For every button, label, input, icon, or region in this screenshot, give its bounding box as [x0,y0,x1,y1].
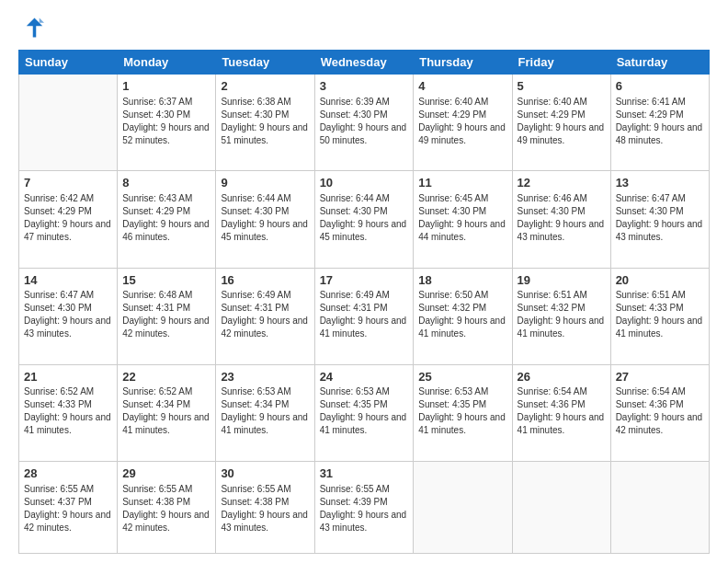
day-number: 24 [320,369,409,385]
day-number: 9 [221,175,309,191]
day-info: Sunrise: 6:55 AMSunset: 4:38 PMDaylight:… [221,483,309,534]
day-info: Sunrise: 6:47 AMSunset: 4:30 PMDaylight:… [24,289,112,340]
calendar-cell: 26Sunrise: 6:54 AMSunset: 4:36 PMDayligh… [512,364,610,461]
calendar-cell: 31Sunrise: 6:55 AMSunset: 4:39 PMDayligh… [314,462,414,554]
day-number: 20 [616,272,704,289]
day-info: Sunrise: 6:51 AMSunset: 4:33 PMDaylight:… [616,289,704,340]
logo [18,15,48,40]
day-info: Sunrise: 6:42 AMSunset: 4:29 PMDaylight:… [24,192,112,244]
day-number: 27 [616,369,704,385]
day-number: 22 [122,369,210,385]
calendar-cell: 20Sunrise: 6:51 AMSunset: 4:33 PMDayligh… [610,268,709,364]
weekday-header-row: SundayMondayTuesdayWednesdayThursdayFrid… [19,51,710,75]
day-info: Sunrise: 6:41 AMSunset: 4:29 PMDaylight:… [616,96,704,147]
day-number: 7 [24,175,112,191]
day-number: 23 [221,369,309,385]
day-info: Sunrise: 6:53 AMSunset: 4:35 PMDaylight:… [320,385,409,437]
calendar-cell [610,462,709,554]
calendar-cell: 15Sunrise: 6:48 AMSunset: 4:31 PMDayligh… [118,268,216,364]
logo-icon [18,15,44,40]
day-number: 4 [418,78,506,95]
day-info: Sunrise: 6:40 AMSunset: 4:29 PMDaylight:… [418,96,506,147]
day-info: Sunrise: 6:44 AMSunset: 4:30 PMDaylight:… [320,192,409,244]
svg-marker-2 [40,18,44,23]
weekday-tuesday: Tuesday [216,51,314,75]
day-number: 15 [122,272,210,289]
calendar-cell: 17Sunrise: 6:49 AMSunset: 4:31 PMDayligh… [314,268,414,364]
calendar-cell: 10Sunrise: 6:44 AMSunset: 4:30 PMDayligh… [314,171,414,268]
day-info: Sunrise: 6:38 AMSunset: 4:30 PMDaylight:… [221,96,309,147]
calendar-cell: 27Sunrise: 6:54 AMSunset: 4:36 PMDayligh… [610,364,709,461]
day-info: Sunrise: 6:49 AMSunset: 4:31 PMDaylight:… [320,289,409,340]
day-info: Sunrise: 6:49 AMSunset: 4:31 PMDaylight:… [221,289,309,340]
calendar-cell: 3Sunrise: 6:39 AMSunset: 4:30 PMDaylight… [314,75,414,171]
day-number: 2 [221,78,309,95]
day-number: 26 [518,369,606,385]
weekday-sunday: Sunday [19,51,118,75]
header [18,15,710,40]
day-info: Sunrise: 6:55 AMSunset: 4:39 PMDaylight:… [320,483,409,534]
calendar-cell: 13Sunrise: 6:47 AMSunset: 4:30 PMDayligh… [610,171,709,268]
calendar-cell: 2Sunrise: 6:38 AMSunset: 4:30 PMDaylight… [216,75,314,171]
day-info: Sunrise: 6:55 AMSunset: 4:37 PMDaylight:… [24,483,112,534]
weekday-friday: Friday [512,51,610,75]
day-number: 18 [418,272,506,289]
day-number: 31 [320,465,409,482]
calendar-cell: 18Sunrise: 6:50 AMSunset: 4:32 PMDayligh… [414,268,512,364]
day-number: 8 [122,175,210,191]
day-info: Sunrise: 6:46 AMSunset: 4:30 PMDaylight:… [518,192,606,244]
day-number: 28 [24,465,112,482]
day-info: Sunrise: 6:39 AMSunset: 4:30 PMDaylight:… [320,96,409,147]
calendar-cell: 16Sunrise: 6:49 AMSunset: 4:31 PMDayligh… [216,268,314,364]
day-info: Sunrise: 6:54 AMSunset: 4:36 PMDaylight:… [518,385,606,437]
day-info: Sunrise: 6:51 AMSunset: 4:32 PMDaylight:… [518,289,606,340]
calendar-cell: 25Sunrise: 6:53 AMSunset: 4:35 PMDayligh… [414,364,512,461]
day-info: Sunrise: 6:40 AMSunset: 4:29 PMDaylight:… [518,96,606,147]
day-info: Sunrise: 6:50 AMSunset: 4:32 PMDaylight:… [418,289,506,340]
calendar-cell: 5Sunrise: 6:40 AMSunset: 4:29 PMDaylight… [512,75,610,171]
calendar-cell: 24Sunrise: 6:53 AMSunset: 4:35 PMDayligh… [314,364,414,461]
day-number: 11 [418,175,506,191]
day-number: 13 [616,175,704,191]
day-number: 17 [320,272,409,289]
calendar-cell: 14Sunrise: 6:47 AMSunset: 4:30 PMDayligh… [19,268,118,364]
weekday-saturday: Saturday [610,51,709,75]
day-info: Sunrise: 6:47 AMSunset: 4:30 PMDaylight:… [616,192,704,244]
day-number: 29 [122,465,210,482]
weekday-thursday: Thursday [414,51,512,75]
day-info: Sunrise: 6:45 AMSunset: 4:30 PMDaylight:… [418,192,506,244]
day-info: Sunrise: 6:48 AMSunset: 4:31 PMDaylight:… [122,289,210,340]
calendar-cell: 28Sunrise: 6:55 AMSunset: 4:37 PMDayligh… [19,462,118,554]
svg-rect-0 [18,15,44,40]
calendar-cell: 12Sunrise: 6:46 AMSunset: 4:30 PMDayligh… [512,171,610,268]
calendar-cell: 4Sunrise: 6:40 AMSunset: 4:29 PMDaylight… [414,75,512,171]
calendar-cell [414,462,512,554]
day-number: 25 [418,369,506,385]
week-row-4: 21Sunrise: 6:52 AMSunset: 4:33 PMDayligh… [19,364,710,461]
calendar-cell [512,462,610,554]
day-info: Sunrise: 6:52 AMSunset: 4:33 PMDaylight:… [24,385,112,437]
calendar-cell: 23Sunrise: 6:53 AMSunset: 4:34 PMDayligh… [216,364,314,461]
day-number: 19 [518,272,606,289]
day-number: 10 [320,175,409,191]
calendar-cell: 29Sunrise: 6:55 AMSunset: 4:38 PMDayligh… [118,462,216,554]
day-info: Sunrise: 6:37 AMSunset: 4:30 PMDaylight:… [122,96,210,147]
day-info: Sunrise: 6:43 AMSunset: 4:29 PMDaylight:… [122,192,210,244]
calendar-cell: 6Sunrise: 6:41 AMSunset: 4:29 PMDaylight… [610,75,709,171]
day-number: 5 [518,78,606,95]
page: SundayMondayTuesdayWednesdayThursdayFrid… [0,0,728,563]
day-info: Sunrise: 6:44 AMSunset: 4:30 PMDaylight:… [221,192,309,244]
week-row-3: 14Sunrise: 6:47 AMSunset: 4:30 PMDayligh… [19,268,710,364]
week-row-2: 7Sunrise: 6:42 AMSunset: 4:29 PMDaylight… [19,171,710,268]
calendar-cell: 9Sunrise: 6:44 AMSunset: 4:30 PMDaylight… [216,171,314,268]
calendar-cell: 1Sunrise: 6:37 AMSunset: 4:30 PMDaylight… [118,75,216,171]
day-number: 30 [221,465,309,482]
day-number: 16 [221,272,309,289]
weekday-wednesday: Wednesday [314,51,414,75]
calendar-cell: 30Sunrise: 6:55 AMSunset: 4:38 PMDayligh… [216,462,314,554]
week-row-5: 28Sunrise: 6:55 AMSunset: 4:37 PMDayligh… [19,462,710,554]
day-number: 12 [518,175,606,191]
calendar-cell: 21Sunrise: 6:52 AMSunset: 4:33 PMDayligh… [19,364,118,461]
day-number: 21 [24,369,112,385]
day-info: Sunrise: 6:54 AMSunset: 4:36 PMDaylight:… [616,385,704,437]
